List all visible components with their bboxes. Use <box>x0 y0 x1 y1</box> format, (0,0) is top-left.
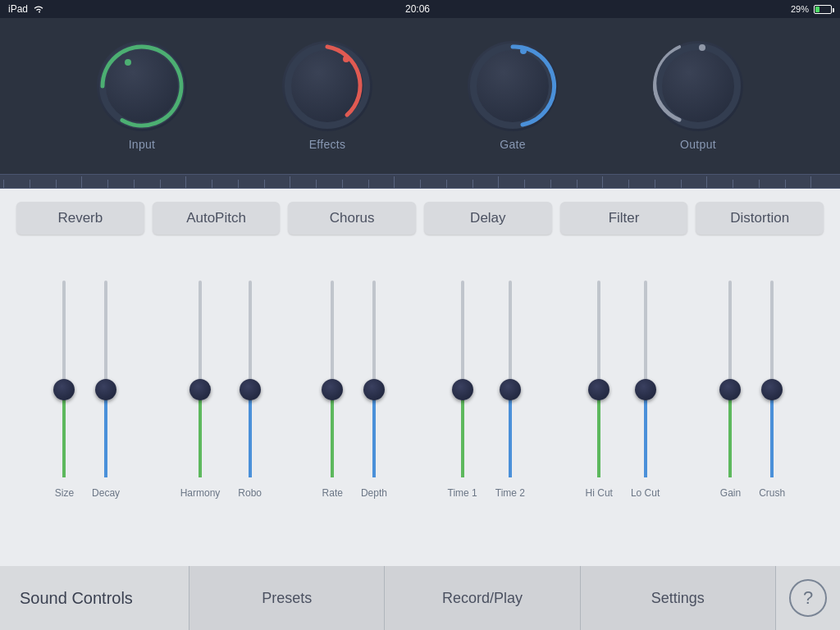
btn-filter[interactable]: Filter <box>560 202 688 235</box>
slider-col-3-0: Time 1 <box>448 281 477 527</box>
slider-group-2: RateDepth <box>322 248 387 527</box>
knob-input-wrapper[interactable] <box>97 41 187 131</box>
knob-input-ring <box>97 41 187 131</box>
slider-fill-5-1 <box>770 389 774 477</box>
slider-fill-1-1 <box>249 389 252 477</box>
knob-gate-wrapper[interactable] <box>468 41 558 131</box>
slider-name-0-0: Size <box>55 487 74 499</box>
slider-name-4-0: Hi Cut <box>586 487 613 499</box>
slider-col-0-1: Decay <box>92 281 120 527</box>
knob-input[interactable]: Input <box>97 41 187 151</box>
slider-track-4-0[interactable] <box>597 281 600 477</box>
slider-track-5-1[interactable] <box>770 281 774 477</box>
knob-output-ring <box>653 41 743 131</box>
knob-output-wrapper[interactable] <box>653 41 743 131</box>
slider-group-4: Hi CutLo Cut <box>586 248 660 527</box>
btn-chorus[interactable]: Chorus <box>288 202 416 235</box>
help-button[interactable]: ? <box>789 579 827 617</box>
bottom-help: ? <box>776 566 840 630</box>
status-bar: iPad 20:06 29% <box>0 0 840 18</box>
wifi-icon <box>33 4 44 14</box>
tab-settings[interactable]: Settings <box>581 566 776 630</box>
ruler <box>0 174 840 189</box>
slider-track-0-1[interactable] <box>104 281 107 477</box>
slider-thumb-5-0[interactable] <box>719 379 741 400</box>
slider-track-0-0[interactable] <box>62 281 66 477</box>
tab-record-play[interactable]: Record/Play <box>385 566 580 630</box>
slider-col-2-1: Depth <box>361 281 387 527</box>
device-label: iPad <box>8 3 28 15</box>
bottom-bar: Sound Controls Presets Record/Play Setti… <box>0 566 840 630</box>
slider-col-0-0: Size <box>55 281 74 527</box>
slider-name-2-0: Rate <box>322 487 343 499</box>
slider-name-1-1: Robo <box>238 487 262 499</box>
effect-buttons: Reverb AutoPitch Chorus Delay Filter Dis… <box>16 202 824 235</box>
slider-name-5-1: Crush <box>759 487 785 499</box>
svg-point-7 <box>699 44 705 51</box>
slider-track-2-0[interactable] <box>331 281 334 477</box>
slider-group-5: GainCrush <box>720 248 785 527</box>
knob-effects[interactable]: Effects <box>282 41 372 151</box>
knob-output-label: Output <box>680 138 716 151</box>
slider-thumb-3-0[interactable] <box>452 379 473 400</box>
slider-track-1-1[interactable] <box>249 281 252 477</box>
svg-point-3 <box>343 56 349 62</box>
slider-name-3-1: Time 2 <box>495 487 525 499</box>
slider-fill-0-0 <box>62 389 66 477</box>
slider-col-5-0: Gain <box>720 281 741 527</box>
slider-track-3-1[interactable] <box>509 281 512 477</box>
slider-track-4-1[interactable] <box>644 281 647 477</box>
slider-track-2-1[interactable] <box>372 281 376 477</box>
effects-section: Reverb AutoPitch Chorus Delay Filter Dis… <box>0 189 840 630</box>
slider-name-1-0: Harmony <box>180 487 221 499</box>
slider-col-1-1: Robo <box>238 281 262 527</box>
knob-gate[interactable]: Gate <box>468 41 558 151</box>
slider-thumb-5-1[interactable] <box>761 379 783 400</box>
bottom-tabs: Presets Record/Play Settings <box>189 566 776 630</box>
btn-distortion[interactable]: Distortion <box>696 202 824 235</box>
slider-track-1-0[interactable] <box>199 281 202 477</box>
slider-fill-5-0 <box>728 389 732 477</box>
slider-name-5-0: Gain <box>720 487 741 499</box>
slider-thumb-4-0[interactable] <box>588 379 609 400</box>
battery-icon <box>814 5 832 14</box>
status-time: 20:06 <box>405 3 430 15</box>
slider-col-4-1: Lo Cut <box>631 281 660 527</box>
slider-fill-0-1 <box>104 389 107 477</box>
knob-gate-label: Gate <box>500 138 526 151</box>
slider-thumb-1-1[interactable] <box>240 379 261 400</box>
slider-col-4-0: Hi Cut <box>586 281 613 527</box>
slider-group-3: Time 1Time 2 <box>448 248 525 527</box>
slider-thumb-2-0[interactable] <box>322 379 343 400</box>
slider-fill-4-0 <box>597 389 600 477</box>
sliders-area: SizeDecayHarmonyRoboRateDepthTime 1Time … <box>16 248 824 527</box>
slider-thumb-3-1[interactable] <box>500 379 521 400</box>
slider-col-2-0: Rate <box>322 281 343 527</box>
slider-thumb-0-1[interactable] <box>95 379 116 400</box>
knob-output[interactable]: Output <box>653 41 743 151</box>
svg-point-5 <box>520 48 527 54</box>
battery-percent: 29% <box>791 4 809 14</box>
knob-gate-ring <box>468 41 558 131</box>
status-right: 29% <box>791 4 832 14</box>
slider-name-0-1: Decay <box>92 487 120 499</box>
knob-effects-wrapper[interactable] <box>282 41 372 131</box>
btn-autopitch[interactable]: AutoPitch <box>153 202 281 235</box>
slider-fill-2-1 <box>372 389 376 477</box>
slider-thumb-0-0[interactable] <box>53 379 75 400</box>
slider-track-5-0[interactable] <box>728 281 732 477</box>
slider-thumb-4-1[interactable] <box>635 379 656 400</box>
svg-point-1 <box>125 59 131 66</box>
tab-presets[interactable]: Presets <box>189 566 385 630</box>
knob-section: Input Effects <box>0 18 840 174</box>
slider-fill-4-1 <box>644 389 647 477</box>
slider-thumb-1-0[interactable] <box>189 379 211 400</box>
slider-track-3-0[interactable] <box>461 281 464 477</box>
slider-group-1: HarmonyRobo <box>180 248 262 527</box>
slider-thumb-2-1[interactable] <box>363 379 385 400</box>
slider-col-5-1: Crush <box>759 281 785 527</box>
slider-col-3-1: Time 2 <box>495 281 525 527</box>
svg-point-2 <box>288 47 367 126</box>
btn-delay[interactable]: Delay <box>424 202 552 235</box>
btn-reverb[interactable]: Reverb <box>16 202 144 235</box>
